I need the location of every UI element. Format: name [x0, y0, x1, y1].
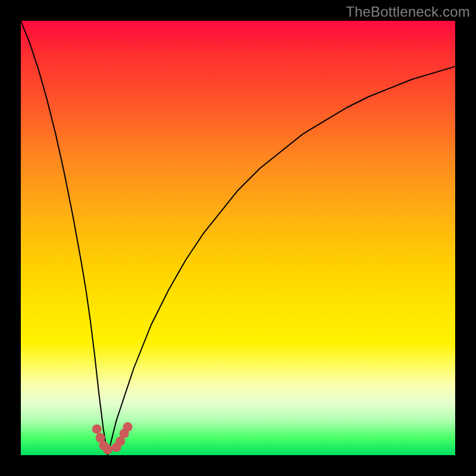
marker-dot [103, 445, 112, 455]
bottleneck-curve [21, 21, 455, 455]
marker-dot [123, 422, 133, 432]
curve-svg [21, 21, 455, 455]
chart-frame: TheBottleneck.com [0, 0, 476, 476]
marker-dot [92, 424, 102, 434]
watermark-text: TheBottleneck.com [346, 4, 470, 20]
curve-line [21, 21, 455, 455]
plot-area [21, 21, 455, 455]
